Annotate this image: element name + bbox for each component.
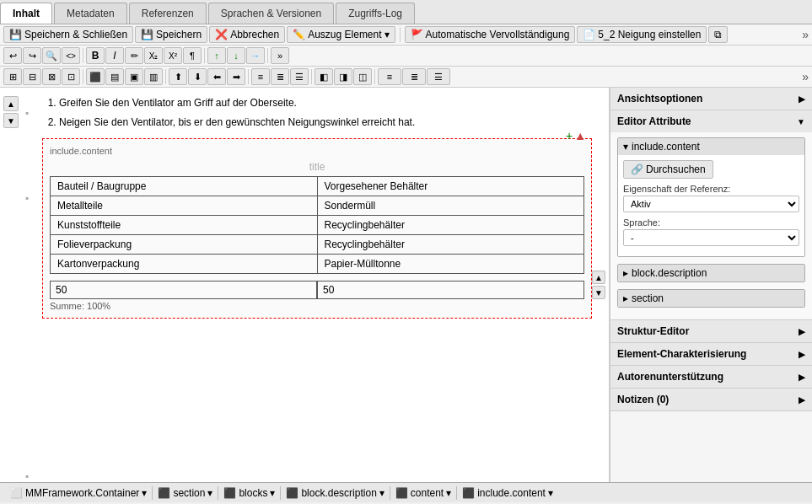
right-scroll-down[interactable]: ▼ <box>592 286 605 299</box>
status-container[interactable]: ⬜ MMFramework.Container ▾ <box>5 486 153 500</box>
superscript-button[interactable]: X² <box>164 47 182 64</box>
tb3-btn14[interactable]: ≣ <box>271 68 289 85</box>
status-bar: ⬜ MMFramework.Container ▾ ⬛ section ▾ ⬛ … <box>0 482 812 502</box>
status-block-desc[interactable]: ⬛ block.description ▾ <box>281 486 390 500</box>
editor-attr-header[interactable]: Editor Attribute ▼ <box>610 110 812 132</box>
add-block-icon[interactable]: + <box>566 129 573 142</box>
tab-referenzen[interactable]: Referenzen <box>129 3 207 24</box>
tb3-btn3[interactable]: ⊠ <box>42 68 61 85</box>
editor-scroll-down[interactable]: ▼ <box>3 113 19 128</box>
para-button[interactable]: ¶ <box>183 47 202 64</box>
tb3-btn12[interactable]: ➡ <box>227 68 245 85</box>
save-button[interactable]: 💾 Speichern <box>135 26 207 43</box>
save-close-icon: 💾 <box>9 29 22 40</box>
move-up-icon[interactable]: ▲ <box>574 129 586 142</box>
data-table: Bauteil / Baugruppe Vorgesehener Behälte… <box>50 176 584 274</box>
tb3-btn21[interactable]: ☰ <box>427 68 450 85</box>
autoren-header[interactable]: Autorenunterstützung ▶ <box>610 366 812 388</box>
ansicht-header[interactable]: Ansichtsoptionen ▶ <box>610 88 812 110</box>
section-title[interactable]: ▸ section <box>618 290 804 307</box>
auto-complete-button[interactable]: 🚩 Automatische Vervollständigung <box>405 26 576 43</box>
arrow-up-button[interactable]: ↑ <box>207 47 226 64</box>
arrow-right-button[interactable]: → <box>246 47 265 64</box>
include-content-box: ▾ include.content 🔗 Durchsuchen Eigensch… <box>617 137 805 257</box>
status-include[interactable]: ⬛ include.content ▾ <box>457 486 558 500</box>
table-row-2: Folieverpackung Recyclingbehälter <box>51 234 584 254</box>
table-header-2: Vorgesehener Behälter <box>317 176 584 196</box>
blocks-dropdown: ▾ <box>270 487 275 499</box>
main-layout: ▲ ▼ ▪ Greifen Sie den Ventilator am Grif… <box>0 88 812 482</box>
italic-button[interactable]: I <box>105 47 124 64</box>
undo-button[interactable]: ↩ <box>3 47 22 64</box>
struktur-header[interactable]: Struktur-Editor ▶ <box>610 320 812 342</box>
sidebar-section-editor: Editor Attribute ▼ ▾ include.content 🔗 D… <box>610 110 812 320</box>
status-content[interactable]: ⬛ content ▾ <box>390 486 457 500</box>
right-scroll-up[interactable]: ▲ <box>592 271 605 284</box>
neigung-button[interactable]: 📄 5_2 Neigung einstellen <box>577 26 707 43</box>
ansicht-arrow: ▶ <box>799 94 805 104</box>
autoren-arrow: ▶ <box>799 373 805 382</box>
tab-sprachen[interactable]: Sprachen & Versionen <box>208 3 334 24</box>
tb3-btn8[interactable]: ▥ <box>144 68 163 85</box>
table-cell-2-0: Folieverpackung <box>51 234 318 254</box>
editor-attr-arrow: ▼ <box>797 117 805 126</box>
tb3-btn20[interactable]: ≣ <box>402 68 426 85</box>
blockdesc-dropdown: ▾ <box>379 487 384 499</box>
tb3-btn6[interactable]: ▤ <box>105 68 124 85</box>
fmt-sep-3 <box>267 48 268 63</box>
tb3-btn5[interactable]: ⬛ <box>86 68 105 85</box>
tb3-btn9[interactable]: ⬆ <box>169 68 187 85</box>
tb3-btn13[interactable]: ≡ <box>251 68 270 85</box>
tb3-btn15[interactable]: ☰ <box>290 68 309 85</box>
redo-button[interactable]: ↪ <box>23 47 41 64</box>
tb3-btn7[interactable]: ▣ <box>125 68 143 85</box>
field-1[interactable]: 50 <box>50 281 317 299</box>
element-header[interactable]: Element-Charakterisierung ▶ <box>610 343 812 365</box>
block-desc-title[interactable]: ▸ block.description <box>618 265 804 281</box>
more-arrow[interactable]: » <box>802 28 809 41</box>
notizen-header[interactable]: Notizen (0) ▶ <box>610 389 812 410</box>
blocks-icon: ⬛ <box>223 487 236 499</box>
editor-scroll-up[interactable]: ▲ <box>3 96 19 111</box>
tb3-btn10[interactable]: ⬇ <box>188 68 207 85</box>
save-close-button[interactable]: 💾 Speichern & Schließen <box>3 26 133 43</box>
tab-metadaten[interactable]: Metadaten <box>54 3 127 24</box>
save-icon: 💾 <box>141 29 153 40</box>
sidebar: Ansichtsoptionen ▶ Editor Attribute ▼ ▾ … <box>610 88 812 482</box>
editor-area[interactable]: ▲ ▼ ▪ Greifen Sie den Ventilator am Grif… <box>0 88 610 482</box>
browse-button[interactable]: 🔗 Durchsuchen <box>623 160 713 179</box>
pencil-button[interactable]: ✏ <box>125 47 143 64</box>
subscript-button[interactable]: X₂ <box>144 47 163 64</box>
include-status-label: include.content <box>477 487 546 499</box>
tb3-btn11[interactable]: ⬅ <box>207 68 226 85</box>
cancel-button[interactable]: ❌ Abbrechen <box>209 26 285 43</box>
tb3-btn18[interactable]: ◫ <box>353 68 372 85</box>
sprache-select[interactable]: - <box>623 229 799 246</box>
status-section[interactable]: ⬛ section ▾ <box>153 486 218 500</box>
table-row-3: Kartonverpackung Papier-Mülltonne <box>51 254 584 273</box>
content-status-label: content <box>411 487 444 499</box>
tb3-btn17[interactable]: ◨ <box>334 68 352 85</box>
status-blocks[interactable]: ⬛ blocks ▾ <box>218 486 281 500</box>
bold-button[interactable]: B <box>86 47 105 64</box>
tb3-sep2 <box>165 69 166 84</box>
field-2[interactable]: 50 <box>317 281 584 299</box>
spy-button[interactable]: 🔍 <box>42 47 61 64</box>
container-icon: ⬜ <box>10 487 23 499</box>
eigenschaft-select[interactable]: Aktiv <box>623 196 799 212</box>
arrow-down-button[interactable]: ↓ <box>227 47 245 64</box>
more-arrow-3[interactable]: » <box>802 70 809 83</box>
tab-inhalt[interactable]: Inhalt <box>0 3 52 24</box>
tb3-btn2[interactable]: ⊟ <box>23 68 41 85</box>
tb3-btn16[interactable]: ◧ <box>315 68 333 85</box>
auszug-button[interactable]: ✏️ Auszug Element ▾ <box>287 26 395 43</box>
block-marker-3: ▪ <box>22 467 32 482</box>
copy-window-button[interactable]: ⧉ <box>708 26 728 43</box>
include-content-box-title[interactable]: ▾ include.content <box>618 138 804 155</box>
tb3-btn19[interactable]: ≡ <box>378 68 401 85</box>
tab-zugriffs[interactable]: Zugriffs-Log <box>336 3 415 24</box>
more-fmt-button[interactable]: » <box>271 47 289 64</box>
tag-button[interactable]: <> <box>62 47 80 64</box>
tb3-btn1[interactable]: ⊞ <box>3 68 22 85</box>
tb3-btn4[interactable]: ⊡ <box>62 68 80 85</box>
